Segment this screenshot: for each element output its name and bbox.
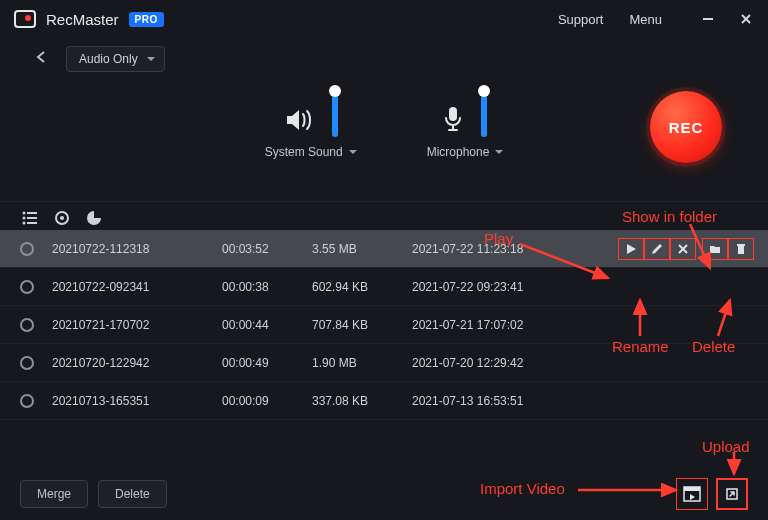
system-sound-control: System Sound <box>265 91 357 159</box>
rename-button[interactable] <box>644 238 670 260</box>
close-button[interactable] <box>738 11 754 27</box>
minimize-button[interactable] <box>700 11 716 27</box>
pro-badge: PRO <box>129 12 164 27</box>
delete-button[interactable] <box>728 238 754 260</box>
svg-rect-7 <box>27 217 37 219</box>
table-row[interactable]: 20210722-092341 00:00:38 602.94 KB 2021-… <box>0 268 768 306</box>
recording-date: 2021-07-22 11:23:18 <box>412 242 582 256</box>
recording-duration: 00:00:44 <box>222 318 312 332</box>
mode-select-value: Audio Only <box>79 52 138 66</box>
controls-area: System Sound Microphone REC <box>0 73 768 173</box>
svg-rect-18 <box>684 487 700 491</box>
system-sound-label: System Sound <box>265 145 343 159</box>
support-link[interactable]: Support <box>558 12 604 27</box>
svg-point-11 <box>60 216 64 220</box>
recording-size: 1.90 MB <box>312 356 412 370</box>
svg-marker-19 <box>690 494 695 500</box>
recording-duration: 00:00:09 <box>222 394 312 408</box>
view-bar <box>0 201 768 230</box>
record-button[interactable]: REC <box>650 91 722 163</box>
mode-select[interactable]: Audio Only <box>66 46 165 72</box>
row-select-radio[interactable] <box>20 318 34 332</box>
system-sound-dropdown[interactable]: System Sound <box>265 145 357 159</box>
app-window: RecMaster PRO Support Menu Audio Only <box>0 0 768 520</box>
recording-duration: 00:03:52 <box>222 242 312 256</box>
merge-button[interactable]: Merge <box>20 480 88 508</box>
recording-size: 602.94 KB <box>312 280 412 294</box>
table-row[interactable]: 20210721-170702 00:00:44 707.84 KB 2021-… <box>0 306 768 344</box>
recording-name: 20210713-165351 <box>52 394 222 408</box>
upload-button[interactable] <box>716 478 748 510</box>
microphone-label: Microphone <box>427 145 490 159</box>
microphone-control: Microphone <box>427 91 504 159</box>
back-button[interactable] <box>30 44 52 73</box>
recording-duration: 00:00:38 <box>222 280 312 294</box>
svg-point-6 <box>23 217 26 220</box>
row-select-radio[interactable] <box>20 356 34 370</box>
svg-rect-9 <box>27 222 37 224</box>
svg-rect-5 <box>27 212 37 214</box>
recording-name: 20210721-170702 <box>52 318 222 332</box>
title-bar: RecMaster PRO Support Menu <box>0 0 768 38</box>
recording-size: 337.08 KB <box>312 394 412 408</box>
table-row[interactable]: 20210713-165351 00:00:09 337.08 KB 2021-… <box>0 382 768 420</box>
mic-volume-slider[interactable] <box>481 91 487 137</box>
recording-date: 2021-07-21 17:07:02 <box>412 318 582 332</box>
speaker-icon <box>284 107 314 137</box>
svg-marker-12 <box>627 244 636 254</box>
recording-name: 20210722-112318 <box>52 242 222 256</box>
recording-date: 2021-07-22 09:23:41 <box>412 280 582 294</box>
annotation-upload: Upload <box>702 438 750 455</box>
schedule-clock-icon[interactable] <box>86 210 102 226</box>
svg-rect-3 <box>449 107 457 121</box>
recording-duration: 00:00:49 <box>222 356 312 370</box>
microphone-icon <box>443 105 463 137</box>
app-logo-icon <box>14 10 36 28</box>
app-name: RecMaster <box>46 11 119 28</box>
record-button-label: REC <box>669 119 704 136</box>
play-button[interactable] <box>618 238 644 260</box>
import-video-button[interactable] <box>676 478 708 510</box>
recording-date: 2021-07-13 16:53:51 <box>412 394 582 408</box>
footer-bar: Merge Delete <box>0 478 768 510</box>
arrow-icon <box>724 452 744 478</box>
show-in-folder-button[interactable] <box>702 238 728 260</box>
table-row[interactable]: 20210720-122942 00:00:49 1.90 MB 2021-07… <box>0 344 768 382</box>
recording-date: 2021-07-20 12:29:42 <box>412 356 582 370</box>
chevron-down-icon <box>495 150 503 158</box>
system-volume-slider[interactable] <box>332 91 338 137</box>
row-select-radio[interactable] <box>20 242 34 256</box>
microphone-dropdown[interactable]: Microphone <box>427 145 504 159</box>
recording-size: 3.55 MB <box>312 242 412 256</box>
settings-gear-icon[interactable] <box>54 210 70 226</box>
svg-point-8 <box>23 222 26 225</box>
list-view-icon[interactable] <box>22 210 38 226</box>
chevron-down-icon <box>349 150 357 158</box>
recording-name: 20210720-122942 <box>52 356 222 370</box>
recording-name: 20210722-092341 <box>52 280 222 294</box>
delete-footer-button[interactable]: Delete <box>98 480 167 508</box>
row-select-radio[interactable] <box>20 394 34 408</box>
svg-point-4 <box>23 212 26 215</box>
menu-link[interactable]: Menu <box>629 12 662 27</box>
recording-size: 707.84 KB <box>312 318 412 332</box>
row-actions <box>618 238 754 260</box>
mode-row: Audio Only <box>0 38 768 73</box>
cut-button[interactable] <box>670 238 696 260</box>
recordings-table: 20210722-112318 00:03:52 3.55 MB 2021-07… <box>0 230 768 420</box>
svg-rect-15 <box>738 246 744 254</box>
table-row[interactable]: 20210722-112318 00:03:52 3.55 MB 2021-07… <box>0 230 768 268</box>
svg-rect-16 <box>737 244 745 246</box>
row-select-radio[interactable] <box>20 280 34 294</box>
